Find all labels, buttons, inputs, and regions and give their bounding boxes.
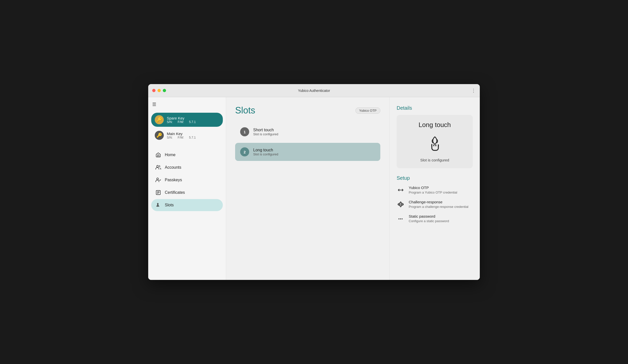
main-key-info: Main Key S/N: F/W: 5.7.1 <box>167 132 196 139</box>
setup-yubico-otp-info: Yubico OTP Program a Yubico OTP credenti… <box>409 186 457 195</box>
hamburger-menu-button[interactable]: ☰ <box>151 101 223 108</box>
setup-yubico-otp[interactable]: Yubico OTP Program a Yubico OTP credenti… <box>397 186 473 195</box>
traffic-lights <box>152 89 166 92</box>
passkeys-label: Passkeys <box>165 178 182 182</box>
certificates-label: Certificates <box>165 190 185 195</box>
slot-2-info: Long touch Slot is configured <box>253 148 278 156</box>
details-section-title: Details <box>397 105 473 111</box>
setup-yubico-otp-name: Yubico OTP <box>409 186 457 190</box>
slot-1-number: 1 <box>240 127 249 136</box>
slot-2-name: Long touch <box>253 148 278 152</box>
sidebar-item-slots[interactable]: Slots <box>151 199 223 211</box>
spare-key-name: Spare Key <box>167 116 196 120</box>
close-button[interactable] <box>152 89 155 92</box>
yubico-otp-badge: Yubico OTP <box>355 107 380 114</box>
setup-challenge-response-desc: Program a challenge-response credential <box>409 205 468 209</box>
titlebar: Yubico Authenticator ⋮ <box>148 84 480 97</box>
sidebar-item-accounts[interactable]: Accounts <box>151 161 223 173</box>
minimize-button[interactable] <box>158 89 161 92</box>
otp-icon <box>397 186 405 194</box>
detail-card-status: Slot is configured <box>420 158 449 162</box>
setup-challenge-response[interactable]: Challenge-response Program a challenge-r… <box>397 200 473 209</box>
svg-point-1 <box>157 178 159 180</box>
spare-key-meta: S/N: F/W: 5.7.1 <box>167 120 196 124</box>
svg-point-0 <box>157 165 159 167</box>
device-spare-key[interactable]: 🔑 Spare Key S/N: F/W: 5.7.1 <box>151 113 223 127</box>
sidebar-item-certificates[interactable]: Certificates <box>151 187 223 199</box>
spare-key-icon: 🔑 <box>155 115 164 124</box>
setup-yubico-otp-desc: Program a Yubico OTP credential <box>409 190 457 195</box>
slot-short-touch[interactable]: 1 Short touch Slot is configured <box>235 123 380 141</box>
maximize-button[interactable] <box>163 89 166 92</box>
slots-icon <box>155 202 161 208</box>
static-password-icon: ••• <box>397 215 405 223</box>
window-title: Yubico Authenticator <box>298 89 330 93</box>
accounts-label: Accounts <box>165 165 181 170</box>
accounts-icon <box>155 164 161 170</box>
slot-2-number: 2 <box>240 147 249 156</box>
detail-card: Long touch Slot is c <box>397 115 473 168</box>
challenge-response-icon <box>397 200 405 208</box>
slot-1-info: Short touch Slot is configured <box>253 128 278 136</box>
detail-card-title: Long touch <box>418 121 451 129</box>
device-main-key[interactable]: 🔑 Main Key S/N: F/W: 5.7.1 <box>151 128 223 142</box>
more-options-button[interactable]: ⋮ <box>471 88 476 93</box>
sidebar: ☰ 🔑 Spare Key S/N: F/W: 5.7.1 🔑 Main Key <box>148 97 226 280</box>
certificates-icon <box>155 190 161 196</box>
slot-long-touch[interactable]: 2 Long touch Slot is configured <box>235 143 380 161</box>
slot-1-status: Slot is configured <box>253 132 278 136</box>
app-body: ☰ 🔑 Spare Key S/N: F/W: 5.7.1 🔑 Main Key <box>148 97 480 280</box>
sidebar-item-passkeys[interactable]: Passkeys <box>151 174 223 186</box>
app-window: Yubico Authenticator ⋮ ☰ 🔑 Spare Key S/N… <box>148 84 480 280</box>
long-touch-icon <box>425 134 445 154</box>
passkeys-icon <box>155 177 161 183</box>
main-key-meta: S/N: F/W: 5.7.1 <box>167 136 196 139</box>
slot-1-name: Short touch <box>253 128 278 132</box>
home-label: Home <box>165 153 176 157</box>
setup-static-password-desc: Configure a static password <box>409 219 449 223</box>
nav-section: Home Accounts <box>151 149 223 211</box>
slots-label: Slots <box>165 203 174 207</box>
setup-static-password[interactable]: ••• Static password Configure a static p… <box>397 214 473 223</box>
spare-key-info: Spare Key S/N: F/W: 5.7.1 <box>167 116 196 124</box>
main-key-name: Main Key <box>167 132 196 136</box>
setup-section-title: Setup <box>397 175 473 181</box>
setup-challenge-response-info: Challenge-response Program a challenge-r… <box>409 200 468 209</box>
right-panel: Details Long touch <box>389 97 480 280</box>
setup-static-password-name: Static password <box>409 214 449 218</box>
svg-point-6 <box>157 203 158 204</box>
slot-2-status: Slot is configured <box>253 152 278 156</box>
main-content: Slots Yubico OTP 1 Short touch Slot is c… <box>226 97 389 280</box>
sidebar-item-home[interactable]: Home <box>151 149 223 161</box>
setup-challenge-response-name: Challenge-response <box>409 200 468 204</box>
slots-header: Slots Yubico OTP <box>235 105 380 116</box>
main-key-icon: 🔑 <box>155 131 164 140</box>
setup-static-password-info: Static password Configure a static passw… <box>409 214 449 223</box>
slots-title: Slots <box>235 105 255 116</box>
home-icon <box>155 152 161 158</box>
